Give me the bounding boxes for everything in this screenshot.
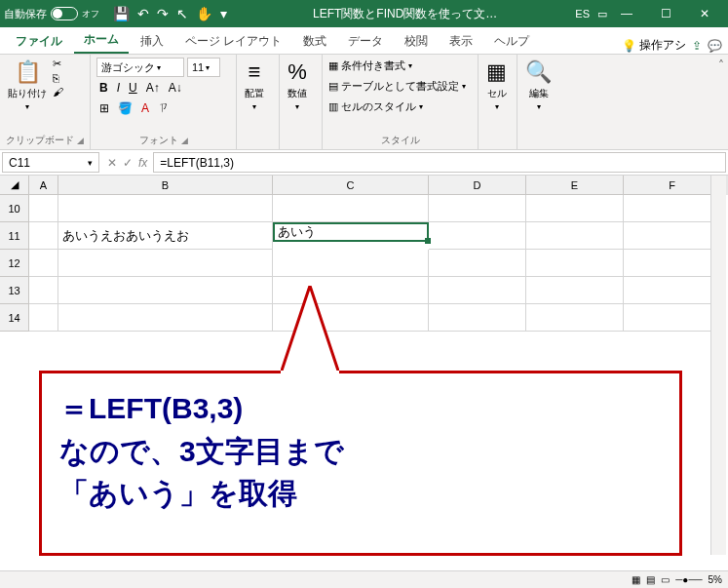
tab-view[interactable]: 表示 [440,29,482,54]
tab-insert[interactable]: 挿入 [131,29,173,54]
cell[interactable] [29,277,58,304]
font-color-icon[interactable]: A [138,100,152,116]
comments-icon[interactable]: 💬 [708,39,722,53]
undo-icon[interactable]: ↶ [137,6,149,21]
zoom-value[interactable]: 5% [709,574,722,585]
font-size-select[interactable]: 11▾ [187,58,220,77]
conditional-format-button[interactable]: ▦条件付き書式▾ [328,58,466,74]
zoom-slider[interactable]: ─●── [675,574,702,585]
save-icon[interactable]: 💾 [113,6,130,21]
copy-icon[interactable]: ⎘ [53,72,63,84]
col-header-f[interactable]: F [624,176,721,195]
cell[interactable] [526,250,624,277]
view-pagebreak-icon[interactable]: ▭ [661,574,670,585]
cell[interactable] [29,250,58,277]
formula-input[interactable]: =LEFT(B11,3) [153,152,726,173]
ribbon-options-icon[interactable]: ▭ [597,8,607,20]
tab-pagelayout[interactable]: ページ レイアウト [175,29,291,54]
cell-c11[interactable]: あいう [273,222,429,242]
tab-home[interactable]: ホーム [74,27,129,54]
cell[interactable] [29,304,58,332]
touch-icon[interactable]: ✋ [196,6,212,21]
format-as-table-button[interactable]: ▤テーブルとして書式設定▾ [328,78,466,95]
cell[interactable] [526,277,624,304]
tab-data[interactable]: データ [338,29,393,54]
row-header[interactable]: 14 [0,304,29,332]
fx-icon[interactable]: fx [138,156,147,170]
col-header-d[interactable]: D [429,176,526,195]
row-header[interactable]: 13 [0,277,29,304]
fill-color-icon[interactable]: 🪣 [115,100,135,116]
worksheet-grid[interactable]: ◢ A B C D E F 10 11 あいうえおあいうえお あいう 12 [0,176,728,332]
alignment-button[interactable]: ≡ 配置 ▾ [243,58,266,113]
cell[interactable] [273,195,429,222]
cell[interactable] [429,195,526,222]
bold-button[interactable]: B [96,80,111,96]
user-initials[interactable]: ES [575,8,590,20]
col-header-a[interactable]: A [29,176,58,195]
decrease-font-icon[interactable]: A↓ [166,80,185,96]
row-header[interactable]: 10 [0,195,29,222]
tab-formulas[interactable]: 数式 [293,29,336,54]
number-button[interactable]: % 数値 ▾ [286,58,309,113]
cell[interactable] [526,195,624,222]
autosave-toggle[interactable]: 自動保存 オフ [4,7,99,21]
cell[interactable] [429,250,526,277]
underline-button[interactable]: U [126,80,140,96]
tell-me[interactable]: 💡 操作アシ [622,37,686,54]
cell-styles-button[interactable]: ▥セルのスタイル▾ [328,98,466,115]
row-header[interactable]: 12 [0,250,29,277]
cell[interactable] [624,222,721,250]
cancel-formula-icon[interactable]: ✕ [107,156,117,170]
cells-button[interactable]: ▦ セル ▾ [484,58,509,113]
border-icon[interactable]: ⊞ [96,100,112,116]
select-all-corner[interactable]: ◢ [0,176,29,195]
phonetic-icon[interactable]: ㄗ [155,98,172,117]
cell[interactable] [29,195,58,222]
cell[interactable] [624,277,721,304]
dialog-launcher-icon[interactable]: ◢ [77,136,84,145]
cell[interactable] [429,277,526,304]
tab-help[interactable]: ヘルプ [484,29,539,54]
col-header-e[interactable]: E [526,176,624,195]
format-painter-icon[interactable]: 🖌 [53,86,63,98]
vertical-scrollbar[interactable] [710,176,726,555]
cell[interactable] [526,222,624,250]
dialog-launcher-icon[interactable]: ◢ [181,136,188,145]
cell[interactable] [624,195,721,222]
cut-icon[interactable]: ✂ [53,58,63,70]
cell[interactable] [58,304,273,332]
view-pagelayout-icon[interactable]: ▤ [646,574,655,585]
increase-font-icon[interactable]: A↑ [143,80,163,96]
cell[interactable] [624,250,721,277]
tab-file[interactable]: ファイル [6,29,72,54]
cell[interactable] [526,304,624,332]
tab-review[interactable]: 校閲 [395,29,438,54]
collapse-ribbon-icon[interactable]: ˄ [718,59,724,72]
pointer-icon[interactable]: ↖ [176,6,188,21]
cell[interactable] [273,250,429,277]
cell[interactable] [58,195,273,222]
col-header-c[interactable]: C [273,176,429,195]
editing-button[interactable]: 🔍 編集 ▾ [523,58,554,113]
cell[interactable] [58,250,273,277]
cell[interactable] [429,304,526,332]
minimize-button[interactable]: — [607,0,646,27]
font-name-select[interactable]: 游ゴシック▾ [96,58,184,77]
cell[interactable] [58,277,273,304]
redo-icon[interactable]: ↷ [157,6,169,21]
maximize-button[interactable]: ☐ [646,0,685,27]
cell[interactable] [29,222,58,250]
italic-button[interactable]: I [114,80,123,96]
paste-button[interactable]: 📋 貼り付け ▾ [6,58,49,113]
col-header-b[interactable]: B [58,176,273,195]
row-header[interactable]: 11 [0,222,29,250]
share-icon[interactable]: ⇪ [692,39,702,53]
cell-b11[interactable]: あいうえおあいうえお [58,222,273,250]
close-button[interactable]: ✕ [685,0,724,27]
qat-more-icon[interactable]: ▾ [220,6,227,21]
cell[interactable] [429,222,526,250]
enter-formula-icon[interactable]: ✓ [123,156,133,170]
view-normal-icon[interactable]: ▦ [632,574,640,585]
cell[interactable] [624,304,721,332]
